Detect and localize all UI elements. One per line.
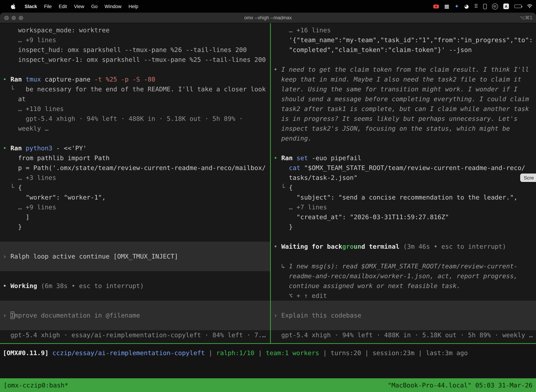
terminal-text-segment: pending.: [274, 135, 312, 142]
terminal-line: "subject": "send a concise recommendatio…: [271, 192, 536, 202]
app-menu-slack[interactable]: Slack: [21, 0, 41, 13]
traffic-lights: [4, 13, 23, 23]
terminal-line: • I need to get the claim token from the…: [271, 65, 536, 75]
terminal-text-segment: turns:20 | session:23m | last:3m ago: [330, 349, 468, 356]
terminal-line: weekly …: [0, 124, 270, 134]
terminal-text-segment: gro: [342, 243, 354, 250]
menu-file[interactable]: File: [41, 0, 55, 13]
terminal-line: inspect_hud: omx sparkshell --tmux-pane …: [0, 45, 270, 55]
terminal-text-segment: Ran: [10, 75, 26, 83]
terminal-line: workspace_mode: worktree: [0, 25, 270, 35]
terminal-text-segment: └: [274, 184, 289, 191]
terminal-line: }: [0, 222, 270, 232]
terminal-text-segment: -euo pipefail: [312, 154, 361, 162]
menu-go[interactable]: Go: [88, 0, 101, 13]
zoom-button[interactable]: [19, 16, 23, 20]
terminal-text-segment: Ralph loop active continue [OMX_TMUX_INJ…: [10, 252, 178, 260]
screenshot-overlay[interactable]: Scre: [520, 173, 536, 182]
terminal-text-segment: [274, 164, 289, 171]
composer-input-left[interactable]: › Ralph loop active continue [OMX_TMUX_I…: [0, 252, 270, 261]
terminal-text-segment: … +3 lines: [3, 174, 56, 181]
terminal-text-segment: inspect task2's JSON, focusing on the st…: [274, 125, 510, 132]
device-icon[interactable]: [483, 0, 487, 13]
terminal-text-segment: |: [254, 349, 266, 356]
terminal-text-segment: task2 after task1 is complete, but can I…: [274, 105, 529, 112]
composer-placeholder-right[interactable]: › Explain this codebase: [271, 311, 536, 320]
terminal-text-segment: later. Using the same for transition mig…: [274, 85, 517, 93]
tmux-session-label: [omx-cczip0:bash*: [4, 382, 68, 389]
terminal-line: [271, 232, 536, 242]
terminal-line: readme-and-reco/mailbox/worker-1.json, a…: [271, 271, 536, 281]
terminal-text-segment: |: [205, 349, 216, 356]
menu-view[interactable]: View: [71, 0, 88, 13]
terminal-text-segment: … +16 lines: [274, 26, 331, 34]
apple-menu[interactable]: [7, 0, 19, 13]
terminal-text-segment: "completed","claim_token":"claim-token"}…: [274, 46, 472, 53]
terminal-text-segment: }: [274, 223, 293, 230]
terminal-text-segment: (6m 38s • esc to interrupt): [41, 282, 144, 289]
menu-help[interactable]: Help: [125, 0, 142, 13]
window-grid-icon[interactable]: ▦: [444, 0, 449, 13]
terminal-line: [271, 55, 536, 65]
tmux-status-bar: [omx-cczip0:bash* "MacBook-Pro-44.local"…: [0, 378, 536, 392]
terminal-line: is in progress? It seems likely but perh…: [271, 114, 536, 124]
terminal-text-segment: cat: [289, 164, 304, 171]
terminal-text-segment: tmux: [26, 75, 45, 83]
crescent-app-icon[interactable]: ◕: [464, 0, 469, 13]
terminal-text-segment: Waiting for back: [281, 243, 342, 250]
terminal-line: ⌥ + ↑ edit: [271, 291, 536, 301]
terminal-line: └ be necessary for the end of the README…: [0, 84, 270, 94]
terminal-text-segment: (3m 46s • esc to interrupt): [403, 243, 506, 250]
terminal-text-segment: •: [3, 282, 10, 289]
terminal-text-segment: [OMX#0.11.9]: [3, 349, 53, 356]
terminal-right-pane[interactable]: … +16 lines '{"team_name":"my-team","tas…: [271, 23, 536, 343]
terminal-text-segment: inspect_worker-1: omx sparkshell --tmux-…: [3, 56, 266, 63]
terminal-text-segment: gpt-5.4 xhigh · 94% left · 488K in · 5.1…: [3, 115, 243, 122]
wifi-icon[interactable]: [527, 0, 532, 13]
terminal-text-segment: }: [3, 223, 22, 230]
terminal-text-segment: •: [3, 144, 10, 152]
terminal-text-segment: gpt-5.4 xhigh · essay/ai-reimplementatio…: [3, 331, 266, 339]
terminal-text-segment: continue assigned work or next feasible …: [274, 282, 460, 289]
omx-status-line: [OMX#0.11.9] cczip/essay/ai-reimplementa…: [0, 348, 536, 358]
terminal-text-segment: ralph:1/10: [216, 349, 254, 356]
terminal-text-segment: ⌥ + ↑ edit: [274, 292, 327, 299]
terminal-text-segment: '{"team_name":"my-team","task_id":"1","f…: [274, 36, 533, 44]
terminal-text-segment: Working: [10, 282, 41, 289]
terminal-text-segment: ›: [3, 312, 10, 319]
terminal-text-segment: set: [297, 154, 312, 162]
terminal-text-segment: {: [289, 184, 293, 191]
screen: Slack File Edit View Go Window Help ▦ ✦ …: [0, 0, 536, 392]
dots-grid-icon[interactable]: ⠿: [474, 0, 478, 13]
screen-recording-icon[interactable]: [433, 0, 439, 13]
terminal-text-segment: "worker": "worker-1",: [3, 194, 106, 201]
terminal-line: ↳ 1 new msg(s): read $OMX_TEAM_STATE_ROO…: [271, 261, 536, 271]
close-button[interactable]: [4, 16, 9, 20]
window-titlebar: omx --xhigh --madmax ⌥⌘1: [0, 13, 536, 23]
terminal-line: • Waiting for background terminal (3m 46…: [271, 242, 536, 252]
composer-placeholder-left[interactable]: › Improve documentation in @filename: [0, 311, 270, 320]
menu-window[interactable]: Window: [101, 0, 125, 13]
terminal-line: gpt-5.4 xhigh · 94% left · 488K in · 5.1…: [0, 114, 270, 124]
terminal-text-segment: is in progress? It seems likely but perh…: [274, 115, 517, 122]
terminal-text-segment: python3: [26, 144, 56, 152]
blue-app-icon[interactable]: ✦: [455, 0, 459, 13]
terminal-line: [0, 301, 270, 311]
minimize-button[interactable]: [11, 16, 16, 20]
battery-icon[interactable]: [514, 0, 522, 13]
terminal-content: workspace_mode: worktree … +9 lines insp…: [0, 23, 536, 343]
terminal-text-segment: Ran: [281, 154, 297, 162]
terminal-text-segment: •: [274, 66, 281, 73]
battery-gauge-icon[interactable]: 61: [492, 0, 498, 13]
terminal-left-pane[interactable]: workspace_mode: worktree … +9 lines insp…: [0, 23, 270, 343]
terminal-text-segment: ↳: [274, 262, 289, 270]
tmux-host-label: "MacBook-Pro-44.local" 05:03 31-Mar-26: [388, 382, 532, 389]
terminal-text-segment: capture-pane: [45, 75, 94, 83]
terminal-line: keep that in mind. Maybe I also need the…: [271, 75, 536, 84]
terminal-line: later. Using the same for transition mig…: [271, 84, 536, 94]
terminal-window: omx --xhigh --madmax ⌥⌘1 workspace_mode:…: [0, 13, 536, 392]
terminal-text-segment: keep that in mind. Maybe I also need the…: [274, 75, 522, 83]
terminal-line: inspect_worker-1: omx sparkshell --tmux-…: [0, 55, 270, 65]
menu-edit[interactable]: Edit: [55, 0, 71, 13]
input-source-icon[interactable]: A: [503, 0, 509, 13]
